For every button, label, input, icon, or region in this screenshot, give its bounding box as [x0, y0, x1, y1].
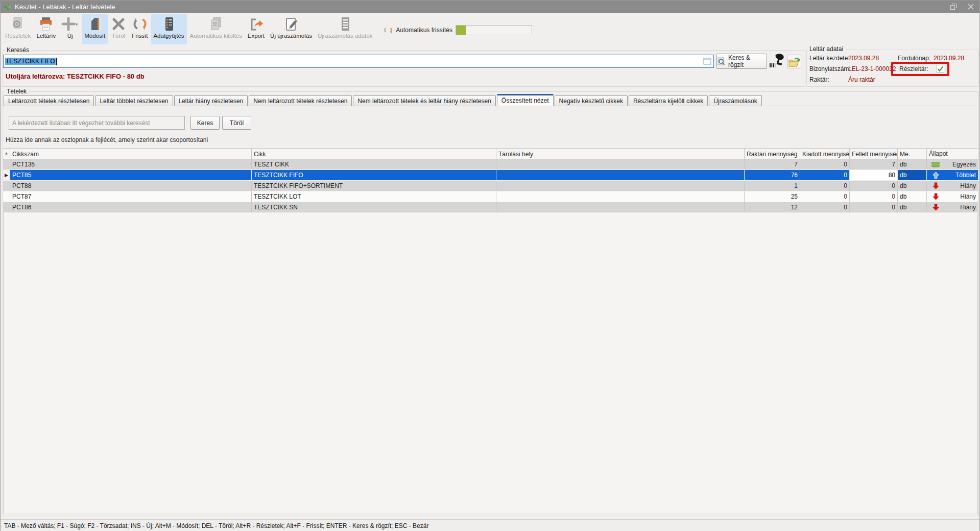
search-input[interactable]: TESZTCIKK FIFO: [3, 55, 714, 68]
search-group-label: Keresés: [5, 46, 31, 54]
column-header-cikk[interactable]: Cikk: [252, 148, 496, 159]
tab-2[interactable]: Leltár többlet részletesen: [95, 95, 173, 106]
cell-kiadott[interactable]: 0: [800, 159, 850, 170]
cell-kiadott[interactable]: 0: [800, 202, 850, 212]
cell-tarolasi_hely[interactable]: [496, 191, 745, 202]
cell-tarolasi_hely[interactable]: [496, 202, 745, 212]
cell-cikk[interactable]: TESZTCIKK FIFO+SORTIMENT: [252, 181, 496, 191]
warehouse-value: Áru raktár: [848, 76, 875, 83]
lookup-window-icon[interactable]: [703, 58, 711, 65]
cell-allapot[interactable]: Többlet: [927, 170, 978, 180]
toolbar-button-uj[interactable]: Új: [59, 14, 81, 44]
cell-fellelt[interactable]: 0: [850, 202, 898, 212]
tab-9[interactable]: Újraszámolások: [709, 95, 761, 106]
equal-status-icon: [931, 162, 940, 167]
status-bar-text: TAB - Mező váltás; F1 - Súgó; F2 - Törzs…: [4, 522, 428, 529]
cell-raktari[interactable]: 25: [745, 191, 800, 202]
column-header-raktari[interactable]: Raktári mennyiség: [745, 148, 800, 159]
cell-allapot[interactable]: Hiány: [927, 191, 978, 202]
window-title: Készlet - Leltárak - Leltár felvétele: [15, 3, 115, 11]
search-and-record-button[interactable]: Keres & rögzít: [716, 54, 767, 69]
cell-cikkszam[interactable]: PCT88: [10, 181, 252, 191]
toolbar-button-leltariv[interactable]: Leltárív: [34, 14, 59, 44]
column-header-kiadott[interactable]: Kiadott mennyiség: [800, 148, 850, 159]
cell-fellelt[interactable]: 0: [850, 191, 898, 202]
refresh-icon: [132, 15, 148, 33]
filter-clear-button[interactable]: Töröl: [222, 116, 251, 130]
cell-cikkszam[interactable]: PCT85: [10, 170, 252, 180]
cell-tarolasi_hely[interactable]: [496, 159, 745, 170]
close-window-button[interactable]: [962, 1, 979, 13]
toolbar-button-uj_ujraszamolas[interactable]: Új újraszámolás: [268, 14, 315, 44]
inventory-start-value: 2023.09.28: [848, 55, 879, 62]
restore-icon: [950, 4, 957, 10]
open-folder-icon[interactable]: [787, 55, 801, 68]
page-pencil-icon: [283, 15, 299, 33]
cell-cikkszam[interactable]: PCT86: [10, 202, 252, 212]
table-row-PCT86[interactable]: PCT86TESZTCIKK SN1200dbHiány: [3, 202, 978, 213]
toolbar-button-label: Újraszámolás adatok: [318, 33, 372, 39]
cell-raktari[interactable]: 12: [745, 202, 800, 212]
cell-kiadott[interactable]: 0: [800, 191, 850, 202]
titlebar[interactable]: Készlet - Leltárak - Leltár felvétele: [1, 1, 979, 13]
cell-raktari[interactable]: 1: [745, 181, 800, 191]
column-header-cikkszam[interactable]: Cikkszám: [10, 148, 252, 159]
column-header-fellelt[interactable]: Fellelt mennyiség: [850, 148, 898, 159]
cell-me[interactable]: db: [898, 191, 927, 202]
tab-4[interactable]: Nem leltározott tételek részletesen: [249, 95, 352, 106]
cell-tarolasi_hely[interactable]: [496, 170, 745, 180]
cell-me[interactable]: db: [898, 181, 927, 191]
toolbar-button-modosit[interactable]: Módosít: [82, 14, 108, 44]
cell-cikkszam[interactable]: PCT87: [10, 191, 252, 202]
cell-me[interactable]: db: [898, 202, 927, 212]
cell-kiadott[interactable]: 0: [800, 170, 850, 180]
tab-1[interactable]: Leltározott tételek részletesen: [4, 95, 94, 106]
group-by-hint: Húzza ide annak az oszlopnak a fejlécét,…: [6, 136, 208, 143]
cell-kiadott[interactable]: 0: [800, 181, 850, 191]
toolbar-button-label: Frissít: [132, 33, 148, 39]
cell-fellelt[interactable]: 7: [850, 159, 898, 170]
toolbar-button-export[interactable]: Export: [245, 14, 267, 44]
table-row-PCT135[interactable]: PCT135TESZT CIKK707dbEgyezés: [3, 159, 978, 170]
toolbar-button-label: Részletek: [5, 33, 31, 39]
shortage-status-icon: [931, 204, 940, 211]
list-filter-input[interactable]: [9, 116, 185, 130]
table-row-PCT88[interactable]: PCT88TESZTCIKK FIFO+SORTIMENT100dbHiány: [3, 181, 978, 191]
delete-x-icon: [111, 15, 126, 33]
barcode-scanner-icon[interactable]: [769, 53, 786, 69]
shortage-status-icon: [931, 193, 940, 200]
cell-allapot[interactable]: Egyezés: [927, 159, 978, 170]
cell-raktari[interactable]: 7: [745, 159, 800, 170]
cell-allapot[interactable]: Hiány: [927, 181, 978, 191]
toolbar-button-ujraszamolas_adatok: Újraszámolás adatok: [315, 14, 375, 44]
column-header-me[interactable]: Me.: [898, 148, 927, 159]
cell-tarolasi_hely[interactable]: [496, 181, 745, 191]
toolbar-button-adatgyujtes[interactable]: Adatgyűjtés: [151, 14, 186, 44]
tab-6[interactable]: Összesített nézet: [497, 94, 554, 106]
auto-refresh-label: Automatikus frissítés: [396, 27, 452, 34]
cell-cikk[interactable]: TESZTCIKK SN: [252, 202, 496, 212]
cell-cikk[interactable]: TESZTCIKK FIFO: [252, 170, 496, 180]
search-and-record-label: Keres & rögzít: [728, 54, 767, 68]
column-header-allapot[interactable]: Állapot: [927, 148, 978, 159]
cell-allapot[interactable]: Hiány: [927, 202, 978, 212]
table-row-PCT87[interactable]: PCT87TESZTCIKK LOT2500dbHiány: [3, 191, 978, 202]
cell-fellelt[interactable]: 0: [850, 181, 898, 191]
cell-me[interactable]: db: [898, 170, 927, 180]
cell-cikk[interactable]: TESZTCIKK LOT: [252, 191, 496, 202]
search-input-selected-text: TESZTCIKK FIFO: [5, 58, 56, 65]
tab-7[interactable]: Negatív készletű cikkek: [555, 95, 628, 106]
cell-cikk[interactable]: TESZT CIKK: [252, 159, 496, 170]
toolbar-button-frissit[interactable]: Frissít: [129, 14, 150, 44]
cell-fellelt[interactable]: 80: [850, 170, 898, 180]
filter-search-button[interactable]: Keres: [190, 116, 220, 130]
cell-me[interactable]: db: [898, 159, 927, 170]
column-header-tarolasi[interactable]: Tárolási hely: [496, 148, 745, 159]
table-row-PCT85[interactable]: ▶PCT85TESZTCIKK FIFO76080dbTöbblet: [3, 170, 978, 181]
restore-window-button[interactable]: [945, 1, 962, 13]
tab-8[interactable]: Részleltárra kijelölt cikkek: [629, 95, 708, 106]
cell-cikkszam[interactable]: PCT135: [10, 159, 252, 170]
tab-5[interactable]: Nem leltározott tételek és leltár hiány …: [353, 95, 495, 106]
tab-3[interactable]: Leltár hiány részletesen: [174, 95, 248, 106]
cell-raktari[interactable]: 76: [745, 170, 800, 180]
